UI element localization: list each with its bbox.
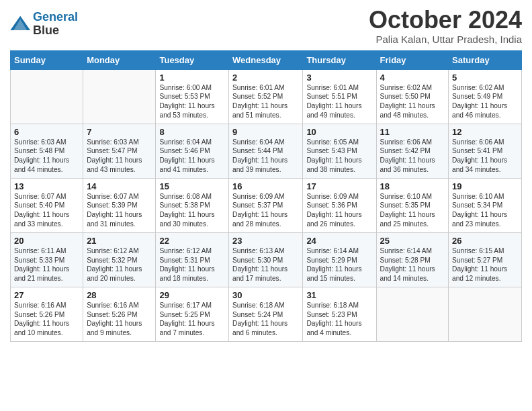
- day-number: 11: [380, 127, 445, 137]
- day-number: 24: [306, 236, 372, 246]
- calendar-cell: 26 Sunrise: 6:15 AMSunset: 5:27 PMDaylig…: [449, 232, 522, 287]
- day-number: 5: [452, 73, 518, 83]
- day-info: Sunrise: 6:18 AMSunset: 5:24 PMDaylight:…: [232, 302, 287, 336]
- calendar-week-row: 13 Sunrise: 6:07 AMSunset: 5:40 PMDaylig…: [11, 178, 522, 232]
- day-info: Sunrise: 6:09 AMSunset: 5:36 PMDaylight:…: [306, 193, 361, 228]
- day-number: 27: [14, 290, 79, 300]
- day-info: Sunrise: 6:15 AMSunset: 5:27 PMDaylight:…: [452, 247, 507, 282]
- day-number: 13: [14, 181, 79, 191]
- day-info: Sunrise: 6:01 AMSunset: 5:51 PMDaylight:…: [306, 84, 361, 119]
- calendar-cell: 14 Sunrise: 6:07 AMSunset: 5:39 PMDaylig…: [83, 178, 156, 232]
- weekday-header: Tuesday: [156, 50, 229, 69]
- day-number: 9: [232, 127, 299, 137]
- calendar-cell: 23 Sunrise: 6:13 AMSunset: 5:30 PMDaylig…: [229, 232, 303, 287]
- day-info: Sunrise: 6:01 AMSunset: 5:52 PMDaylight:…: [232, 84, 287, 119]
- calendar-cell: [449, 287, 522, 341]
- day-number: 4: [380, 73, 445, 83]
- day-number: 26: [452, 236, 518, 246]
- calendar-cell: 25 Sunrise: 6:14 AMSunset: 5:28 PMDaylig…: [376, 232, 449, 287]
- calendar-cell: 21 Sunrise: 6:12 AMSunset: 5:32 PMDaylig…: [83, 232, 156, 287]
- day-number: 15: [159, 181, 225, 191]
- calendar-cell: 6 Sunrise: 6:03 AMSunset: 5:48 PMDayligh…: [11, 124, 83, 178]
- calendar-cell: 3 Sunrise: 6:01 AMSunset: 5:51 PMDayligh…: [303, 69, 376, 124]
- calendar-table: SundayMondayTuesdayWednesdayThursdayFrid…: [10, 50, 522, 342]
- calendar-cell: [376, 287, 449, 341]
- calendar-cell: 2 Sunrise: 6:01 AMSunset: 5:52 PMDayligh…: [229, 69, 303, 124]
- calendar-cell: 31 Sunrise: 6:18 AMSunset: 5:23 PMDaylig…: [303, 287, 376, 341]
- calendar-cell: 11 Sunrise: 6:06 AMSunset: 5:42 PMDaylig…: [376, 124, 449, 178]
- weekday-header: Sunday: [11, 50, 83, 69]
- calendar-week-row: 20 Sunrise: 6:11 AMSunset: 5:33 PMDaylig…: [11, 232, 522, 287]
- calendar-cell: 1 Sunrise: 6:00 AMSunset: 5:53 PMDayligh…: [156, 69, 229, 124]
- logo-icon: [10, 15, 32, 34]
- calendar-cell: 10 Sunrise: 6:05 AMSunset: 5:43 PMDaylig…: [303, 124, 376, 178]
- day-info: Sunrise: 6:07 AMSunset: 5:39 PMDaylight:…: [87, 193, 142, 228]
- day-info: Sunrise: 6:14 AMSunset: 5:28 PMDaylight:…: [380, 247, 435, 282]
- day-info: Sunrise: 6:10 AMSunset: 5:34 PMDaylight:…: [452, 193, 507, 228]
- day-info: Sunrise: 6:13 AMSunset: 5:30 PMDaylight:…: [232, 247, 287, 282]
- calendar-cell: 4 Sunrise: 6:02 AMSunset: 5:50 PMDayligh…: [376, 69, 449, 124]
- calendar-week-row: 1 Sunrise: 6:00 AMSunset: 5:53 PMDayligh…: [11, 69, 522, 124]
- day-number: 28: [87, 290, 152, 300]
- calendar-cell: 20 Sunrise: 6:11 AMSunset: 5:33 PMDaylig…: [11, 232, 83, 287]
- calendar-cell: 27 Sunrise: 6:16 AMSunset: 5:26 PMDaylig…: [11, 287, 83, 341]
- calendar-cell: [11, 69, 83, 124]
- calendar-cell: 24 Sunrise: 6:14 AMSunset: 5:29 PMDaylig…: [303, 232, 376, 287]
- day-info: Sunrise: 6:12 AMSunset: 5:32 PMDaylight:…: [87, 247, 142, 282]
- calendar-cell: 28 Sunrise: 6:16 AMSunset: 5:26 PMDaylig…: [83, 287, 156, 341]
- day-info: Sunrise: 6:10 AMSunset: 5:35 PMDaylight:…: [380, 193, 435, 228]
- day-info: Sunrise: 6:02 AMSunset: 5:50 PMDaylight:…: [380, 84, 435, 119]
- day-info: Sunrise: 6:14 AMSunset: 5:29 PMDaylight:…: [306, 247, 361, 282]
- day-number: 23: [232, 236, 299, 246]
- day-number: 20: [14, 236, 79, 246]
- day-number: 29: [159, 290, 225, 300]
- day-number: 25: [380, 236, 445, 246]
- day-number: 21: [87, 236, 152, 246]
- month-title: October 2024: [369, 7, 522, 34]
- weekday-header: Friday: [376, 50, 449, 69]
- day-info: Sunrise: 6:03 AMSunset: 5:47 PMDaylight:…: [87, 138, 142, 173]
- calendar-cell: 12 Sunrise: 6:06 AMSunset: 5:41 PMDaylig…: [449, 124, 522, 178]
- day-number: 16: [232, 181, 299, 191]
- day-info: Sunrise: 6:04 AMSunset: 5:44 PMDaylight:…: [232, 138, 287, 173]
- location: Palia Kalan, Uttar Pradesh, India: [369, 34, 522, 45]
- calendar-cell: 16 Sunrise: 6:09 AMSunset: 5:37 PMDaylig…: [229, 178, 303, 232]
- calendar-cell: [83, 69, 156, 124]
- calendar-week-row: 27 Sunrise: 6:16 AMSunset: 5:26 PMDaylig…: [11, 287, 522, 341]
- weekday-header: Thursday: [303, 50, 376, 69]
- day-info: Sunrise: 6:04 AMSunset: 5:46 PMDaylight:…: [159, 138, 214, 173]
- weekday-header: Monday: [83, 50, 156, 69]
- calendar-cell: 13 Sunrise: 6:07 AMSunset: 5:40 PMDaylig…: [11, 178, 83, 232]
- day-info: Sunrise: 6:05 AMSunset: 5:43 PMDaylight:…: [306, 138, 361, 173]
- calendar-cell: 5 Sunrise: 6:02 AMSunset: 5:49 PMDayligh…: [449, 69, 522, 124]
- calendar-cell: 17 Sunrise: 6:09 AMSunset: 5:36 PMDaylig…: [303, 178, 376, 232]
- day-number: 19: [452, 181, 518, 191]
- day-info: Sunrise: 6:08 AMSunset: 5:38 PMDaylight:…: [159, 193, 214, 228]
- day-number: 17: [306, 181, 372, 191]
- calendar-cell: 18 Sunrise: 6:10 AMSunset: 5:35 PMDaylig…: [376, 178, 449, 232]
- day-number: 3: [306, 73, 372, 83]
- day-info: Sunrise: 6:11 AMSunset: 5:33 PMDaylight:…: [14, 247, 69, 282]
- calendar-cell: 7 Sunrise: 6:03 AMSunset: 5:47 PMDayligh…: [83, 124, 156, 178]
- page-header: General Blue October 2024 Palia Kalan, U…: [10, 7, 522, 45]
- day-number: 2: [232, 73, 299, 83]
- day-number: 14: [87, 181, 152, 191]
- calendar-week-row: 6 Sunrise: 6:03 AMSunset: 5:48 PMDayligh…: [11, 124, 522, 178]
- day-number: 22: [159, 236, 225, 246]
- day-info: Sunrise: 6:17 AMSunset: 5:25 PMDaylight:…: [159, 302, 214, 336]
- day-number: 31: [306, 290, 372, 300]
- day-info: Sunrise: 6:03 AMSunset: 5:48 PMDaylight:…: [14, 138, 69, 173]
- day-info: Sunrise: 6:06 AMSunset: 5:41 PMDaylight:…: [452, 138, 507, 173]
- title-block: October 2024 Palia Kalan, Uttar Pradesh,…: [369, 7, 522, 45]
- calendar-cell: 22 Sunrise: 6:12 AMSunset: 5:31 PMDaylig…: [156, 232, 229, 287]
- weekday-header: Saturday: [449, 50, 522, 69]
- day-info: Sunrise: 6:00 AMSunset: 5:53 PMDaylight:…: [159, 84, 214, 119]
- logo-text: General Blue: [33, 11, 78, 38]
- day-number: 7: [87, 127, 152, 137]
- day-number: 6: [14, 127, 79, 137]
- calendar-cell: 8 Sunrise: 6:04 AMSunset: 5:46 PMDayligh…: [156, 124, 229, 178]
- day-info: Sunrise: 6:06 AMSunset: 5:42 PMDaylight:…: [380, 138, 435, 173]
- calendar-cell: 19 Sunrise: 6:10 AMSunset: 5:34 PMDaylig…: [449, 178, 522, 232]
- calendar-cell: 29 Sunrise: 6:17 AMSunset: 5:25 PMDaylig…: [156, 287, 229, 341]
- day-info: Sunrise: 6:07 AMSunset: 5:40 PMDaylight:…: [14, 193, 69, 228]
